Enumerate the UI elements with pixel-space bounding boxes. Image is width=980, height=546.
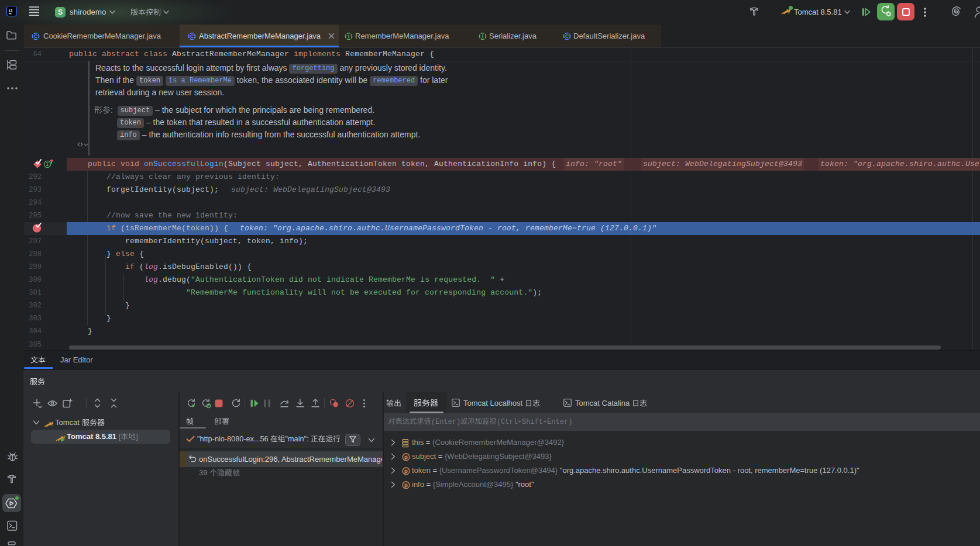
svg-text:C: C [34, 33, 37, 39]
svg-text:p: p [404, 468, 408, 474]
svg-text:IJ: IJ [9, 8, 12, 13]
svg-text:p: p [404, 454, 408, 460]
svg-text:p: p [404, 482, 408, 488]
svg-text:C: C [565, 33, 569, 39]
svg-text:C: C [190, 33, 194, 39]
svg-text:I: I [348, 33, 349, 39]
svg-text:I: I [482, 33, 483, 39]
